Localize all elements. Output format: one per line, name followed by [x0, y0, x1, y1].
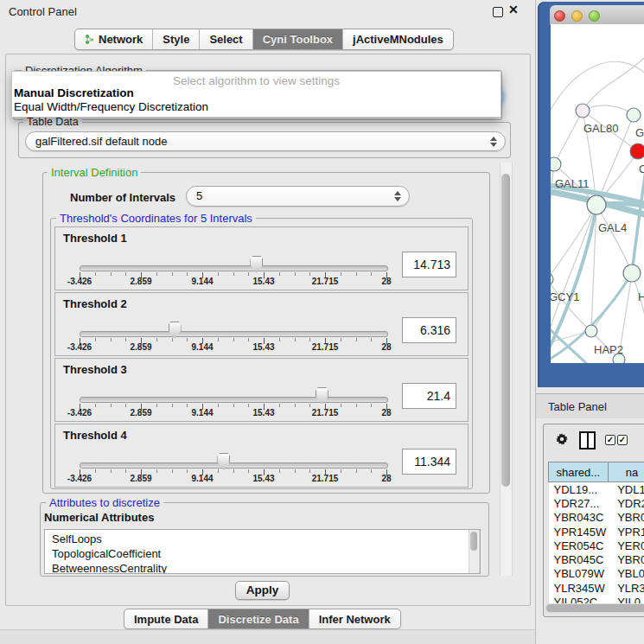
network-window-titlebar[interactable] — [550, 5, 644, 25]
threshold-value-field[interactable]: 6.316 — [402, 317, 456, 343]
cell-name[interactable]: YDL1 — [608, 482, 644, 497]
tab-cyni-toolbox[interactable]: Cyni Toolbox — [253, 29, 343, 49]
cell-shared[interactable]: YDR27... — [549, 496, 609, 510]
network-canvas[interactable]: GAL80 GA C GAL11 GAL4 GCY1 H HAP2 — [551, 24, 644, 363]
table-row[interactable]: YBR043CYBR0 — [549, 511, 644, 525]
threshold-value-field[interactable]: 14.713 — [402, 252, 456, 277]
close-button[interactable] — [554, 10, 565, 22]
gear-icon[interactable] — [555, 432, 569, 446]
table-data-combo[interactable]: galFiltered.sif default node — [25, 131, 506, 151]
network-node-gal80[interactable] — [576, 104, 590, 118]
list-item[interactable]: BetweennessCentrality — [52, 562, 167, 574]
cell-name[interactable]: YLR3 — [608, 581, 644, 595]
apply-button[interactable]: Apply — [235, 581, 290, 600]
cell-shared[interactable]: YBR043C — [549, 511, 609, 525]
list-scrollbar-thumb[interactable] — [470, 532, 477, 551]
float-window-icon[interactable] — [493, 7, 503, 17]
threshold-panel-4: Threshold 4 -3.426 2.859 9.144 15.43 21.… — [54, 424, 469, 488]
zoom-button[interactable] — [589, 10, 600, 22]
horizontal-scrollbar[interactable] — [545, 603, 644, 613]
cell-shared[interactable]: YDL19... — [549, 482, 609, 497]
table-row[interactable]: YLR345WYLR3 — [549, 581, 644, 595]
slider-track[interactable] — [80, 265, 388, 271]
control-panel: Control Panel ✕ Network Style Select Cyn… — [0, 0, 536, 644]
cell-shared[interactable]: YBR045C — [549, 552, 609, 566]
column-header-name[interactable]: na — [608, 462, 644, 482]
checkbox-icon[interactable]: ✓ — [617, 435, 628, 445]
table-row[interactable]: YBL079WYBL0 — [549, 567, 644, 581]
slider-track[interactable] — [80, 462, 388, 469]
network-node-red[interactable] — [630, 143, 644, 159]
chevron-updown-icon — [394, 191, 401, 201]
network-node-gcy1[interactable] — [551, 273, 553, 285]
cell-name[interactable]: YBR0 — [608, 511, 644, 525]
numerical-attributes-heading: Numerical Attributes — [44, 511, 154, 524]
threshold-value-field[interactable]: 21.4 — [402, 383, 456, 409]
split-view-icon[interactable] — [579, 431, 596, 450]
node-label-partial-top: GA — [635, 126, 644, 139]
list-scrollbar[interactable] — [469, 530, 480, 573]
tab-impute-data[interactable]: Impute Data — [124, 609, 208, 628]
cell-shared[interactable]: YPR145W — [549, 525, 609, 539]
popup-option-manual-discretization[interactable]: Manual Discretization — [14, 86, 134, 99]
numerical-attributes-list[interactable]: SelfLoops TopologicalCoefficient Between… — [44, 529, 481, 574]
network-node-gal4[interactable] — [587, 195, 606, 214]
algorithm-popup: Select algorithm to view settings Manual… — [11, 71, 501, 118]
vertical-scrollbar-thumb[interactable] — [501, 174, 510, 487]
cell-shared[interactable]: YER054C — [549, 539, 609, 552]
cell-name[interactable]: YER0 — [608, 539, 644, 552]
node-label-gal80: GAL80 — [583, 122, 618, 135]
list-item[interactable]: TopologicalCoefficient — [52, 547, 161, 560]
slider-track[interactable] — [80, 397, 388, 403]
network-node-hap2[interactable] — [585, 325, 597, 337]
tab-label: Cyni Toolbox — [263, 33, 333, 46]
network-node-right[interactable] — [623, 265, 641, 282]
tick-label: 28 — [381, 474, 391, 483]
bottom-tab-bar: Impute Data Discretize Data Infer Networ… — [124, 609, 401, 629]
close-icon[interactable]: ✕ — [508, 3, 519, 16]
table-row[interactable]: YDL19...YDL1 — [549, 482, 644, 497]
tab-infer-network[interactable]: Infer Network — [309, 609, 400, 628]
cell-name[interactable]: YDR2 — [608, 496, 644, 510]
tab-jactivemnodules[interactable]: jActiveMNodules — [343, 29, 453, 49]
network-icon — [85, 34, 94, 45]
table-row[interactable]: YDR27...YDR2 — [549, 496, 644, 510]
slider-track[interactable] — [80, 331, 388, 337]
cell-name[interactable]: YBR0 — [608, 552, 644, 566]
cell-shared[interactable]: YLR345W — [549, 581, 609, 595]
threshold-label: Threshold 1 — [63, 232, 127, 245]
tab-discretize-data[interactable]: Discretize Data — [208, 609, 309, 628]
threshold-value-field[interactable]: 11.344 — [402, 449, 456, 475]
table-row[interactable]: YER054CYER0 — [549, 539, 644, 552]
network-window[interactable]: GAL80 GA C GAL11 GAL4 GCY1 H HAP2 — [538, 2, 644, 387]
right-column: GAL80 GA C GAL11 GAL4 GCY1 H HAP2 Table … — [536, 0, 644, 644]
threshold-label: Threshold 2 — [63, 297, 127, 310]
table-row[interactable]: YBR045CYBR0 — [549, 552, 644, 566]
tab-label: Network — [99, 33, 143, 46]
chevron-updown-icon — [490, 137, 497, 147]
tab-select[interactable]: Select — [200, 29, 252, 49]
network-node-gal11[interactable] — [551, 157, 561, 171]
popup-option-equal-width[interactable]: Equal Width/Frequency Discretization — [14, 100, 208, 113]
cell-name[interactable]: YPR1 — [608, 525, 644, 539]
number-of-intervals-label: Number of Intervals — [70, 191, 175, 204]
network-node-top-right[interactable] — [627, 108, 641, 122]
tick-label: 28 — [381, 342, 391, 352]
horizontal-scrollbar-thumb[interactable] — [546, 604, 644, 612]
threshold-panel-1: Threshold 1 -3.426 2.859 9.144 15.43 21.… — [54, 226, 469, 290]
tick-label: 9.144 — [191, 408, 213, 418]
cell-name[interactable]: YBL0 — [608, 567, 644, 581]
minimize-button[interactable] — [571, 10, 583, 22]
tab-style[interactable]: Style — [153, 29, 200, 49]
number-of-intervals-combo[interactable]: 5 — [186, 186, 410, 207]
list-item[interactable]: SelfLoops — [52, 532, 102, 545]
slider-ticks — [80, 338, 386, 345]
vertical-scrollbar[interactable] — [500, 163, 513, 576]
tab-network[interactable]: Network — [75, 29, 153, 49]
checkbox-icon[interactable]: ✓ — [605, 435, 615, 445]
tick-label: 2.859 — [130, 408, 151, 418]
cell-shared[interactable]: YBL079W — [549, 567, 609, 581]
group-label-table-data: Table Data — [23, 116, 82, 128]
table-row[interactable]: YPR145WYPR1 — [549, 525, 644, 539]
column-header-shared-name[interactable]: shared... — [549, 462, 609, 482]
